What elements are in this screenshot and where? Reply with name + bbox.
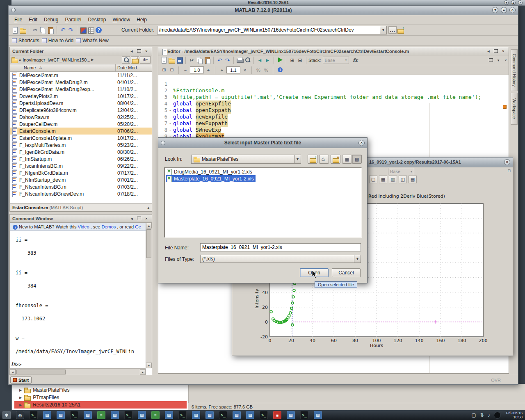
close-icon[interactable]: ×	[518, 0, 523, 5]
decrease-icon[interactable]: −	[182, 67, 189, 73]
close-icon[interactable]: ×	[144, 48, 149, 54]
cell-divider-icon[interactable]: ⊞	[161, 67, 167, 73]
start-button[interactable]: Start	[10, 377, 32, 383]
files-icon[interactable]: ▤	[192, 411, 200, 419]
file-row[interactable]: F_IscanIntensBG.m09/22/2...	[10, 162, 152, 169]
dock-icon[interactable]: ◄	[486, 48, 491, 54]
file-row[interactable]: F_NIgenBkGrdData.m07/17/2...	[10, 169, 152, 176]
file-row[interactable]: EstartConsole.m07/06/2...	[10, 128, 152, 135]
file-row[interactable]: EstartConsole10plate.m10/17/2...	[10, 135, 152, 142]
scroll-up-icon[interactable]: ▲	[146, 223, 152, 228]
konsole-icon[interactable]: >_	[30, 411, 38, 419]
menu-help[interactable]: Help	[133, 16, 150, 23]
column-separator[interactable]	[115, 64, 116, 71]
file-row[interactable]: DMPexcel2mat_MediaDrug2exp...11/10/2...	[10, 86, 152, 93]
collapse-icon[interactable]: ▴	[147, 205, 149, 210]
demos-link[interactable]: Demos	[101, 224, 116, 229]
expander-icon[interactable]: ▶	[19, 388, 22, 392]
maximize-icon[interactable]: ▴	[511, 0, 516, 5]
folder-tree-item[interactable]: ▶PTmapFiles	[14, 394, 187, 401]
guide-icon[interactable]	[87, 26, 95, 34]
menu-edit[interactable]: Edit	[25, 16, 41, 23]
find-icon[interactable]	[244, 56, 251, 64]
shortcuts-menu[interactable]: Shortcuts	[12, 38, 39, 43]
fx-icon[interactable]: fx	[352, 56, 359, 64]
up-one-level-button[interactable]	[308, 155, 317, 164]
undock-icon[interactable]	[493, 48, 499, 54]
dialog-file-row[interactable]: DrugMedia_16_0921_MI_yor1-2.xls	[165, 168, 361, 175]
file-name-input[interactable]	[200, 243, 361, 251]
search-button[interactable]	[122, 56, 130, 64]
file-row[interactable]: F_NIscanIntensBG.m07/03/2...	[10, 183, 152, 190]
dialog-file-row[interactable]: Masterplate_16_0921_MI_yor1-2.xls	[165, 175, 361, 182]
file-row[interactable]: DMPexcel2mat.m11/11/2...	[10, 72, 152, 79]
alert-app-icon[interactable]: ■	[273, 411, 281, 419]
files-icon[interactable]: ▤	[165, 411, 173, 419]
open-icon[interactable]	[168, 56, 176, 64]
redo-icon[interactable]: ↷	[224, 56, 231, 64]
konsole-icon[interactable]: >_	[70, 411, 78, 419]
fx-icon[interactable]: fx	[11, 361, 16, 367]
files-icon[interactable]: ▤	[314, 411, 322, 419]
dock-icon[interactable]: ◄	[129, 48, 135, 54]
run-icon[interactable]	[276, 56, 284, 64]
undo-icon[interactable]: ↶	[216, 56, 224, 64]
file-row[interactable]: F_IexpMultiTseries.m05/23/2...	[10, 142, 152, 148]
home-button[interactable]	[319, 155, 329, 164]
getting-started-link[interactable]: Ge	[135, 224, 141, 229]
chevron-down-icon[interactable]: ▾	[495, 57, 501, 63]
minimize-icon[interactable]: ▾	[504, 0, 509, 5]
scroll-thumb[interactable]	[16, 370, 66, 374]
copy-icon[interactable]	[39, 26, 47, 34]
folder-tree-item[interactable]: ▶Results2016-10-25A1	[14, 401, 187, 409]
files-icon[interactable]: ▤	[233, 411, 241, 419]
new-script-icon[interactable]	[160, 56, 168, 64]
tray-circle-icon[interactable]	[494, 412, 501, 419]
file-row[interactable]: DMPexcel2mat_MediaDrug2.m04/01/2...	[10, 79, 152, 86]
close-icon[interactable]: ×	[500, 48, 506, 54]
files-of-type-combo[interactable]: (*.xls) ▼	[200, 255, 361, 263]
files-icon[interactable]: ▤	[111, 411, 119, 419]
look-in-combo[interactable]: MasterPlateFiles ▼	[191, 155, 301, 164]
matlab-titlebar[interactable]: MATLAB 7.12.0 (R2011a) ▾ ▴ ×	[9, 6, 518, 15]
save-icon[interactable]	[176, 56, 183, 64]
doc-layout-icon[interactable]	[488, 57, 494, 63]
close-icon[interactable]: ×	[144, 216, 149, 221]
file-list[interactable]: DMPexcel2mat.m11/11/2...DMPexcel2mat_Med…	[10, 72, 152, 203]
files-icon[interactable]: ▤	[287, 411, 295, 419]
paste-icon[interactable]	[47, 26, 55, 34]
konsole-icon[interactable]: >_	[178, 411, 187, 419]
cancel-button[interactable]: Cancel	[332, 268, 361, 277]
file-row[interactable]: DsuperCellDev.m05/20/2...	[10, 121, 152, 128]
value-field-right[interactable]: 1.1	[226, 66, 240, 73]
konsole-icon[interactable]: >_	[300, 411, 308, 419]
report-icon[interactable]: ▤	[409, 176, 417, 183]
menu-debug[interactable]: Debug	[41, 16, 62, 23]
list-view-button[interactable]: ▤	[352, 155, 362, 164]
command-window-header[interactable]: Command Window ◄ ×	[10, 215, 152, 223]
increase-icon[interactable]: +	[205, 67, 212, 73]
actions-menu-button[interactable]: ✱▾	[140, 56, 151, 64]
close-icon[interactable]: ×	[358, 140, 365, 146]
editor-header[interactable]: Editor - /media/data/EASY/InovImager_jwr…	[158, 47, 509, 55]
file-row[interactable]: DshowRaw.m02/25/2...	[10, 114, 152, 121]
menu-parallel[interactable]: Parallel	[62, 16, 84, 23]
cut-icon[interactable]: ✂	[188, 56, 196, 64]
file-row[interactable]: F_ImStartup.m06/26/2...	[10, 155, 152, 162]
help-icon[interactable]	[95, 26, 103, 34]
files-icon[interactable]: ▤	[84, 411, 92, 419]
maximize-icon[interactable]: ▴	[501, 7, 507, 13]
cell-insert-icon[interactable]: ⊞	[288, 56, 296, 64]
dialog-titlebar[interactable]: Select input Master Plate text file ×	[158, 138, 367, 148]
dock-figure-icon[interactable]: ◻	[508, 169, 511, 173]
close-icon[interactable]: ×	[504, 159, 510, 165]
percent2-icon[interactable]: %	[263, 67, 269, 73]
files-icon[interactable]: ▤	[57, 411, 65, 419]
konsole-icon[interactable]: >_	[219, 411, 227, 419]
dock-icon[interactable]: ◄	[129, 216, 135, 221]
breadcrumb-expand-icon[interactable]: ▶	[91, 58, 94, 62]
cut-icon[interactable]: ✂	[31, 26, 39, 34]
file-row[interactable]: DpertsUploadDev.m08/04/2...	[10, 100, 152, 107]
new-file-icon[interactable]	[11, 26, 19, 34]
multiply-icon[interactable]: ×	[242, 67, 248, 73]
